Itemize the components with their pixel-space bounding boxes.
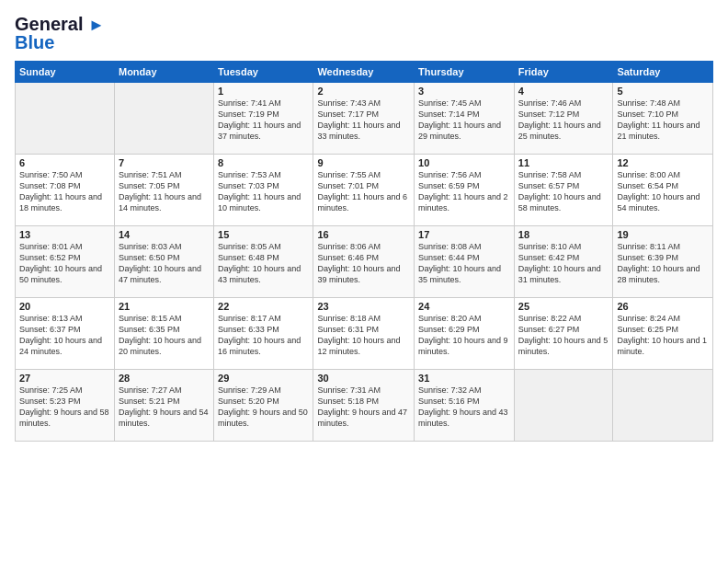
week-row-3: 13Sunrise: 8:01 AM Sunset: 6:52 PM Dayli…	[16, 226, 713, 298]
day-info: Sunrise: 8:00 AM Sunset: 6:54 PM Dayligh…	[617, 169, 709, 214]
day-number: 7	[119, 157, 210, 168]
day-cell: 13Sunrise: 8:01 AM Sunset: 6:52 PM Dayli…	[16, 226, 115, 298]
day-cell: 28Sunrise: 7:27 AM Sunset: 5:21 PM Dayli…	[114, 370, 213, 442]
day-cell	[114, 83, 213, 155]
day-number: 22	[218, 301, 309, 312]
day-number: 30	[317, 373, 410, 384]
day-cell: 21Sunrise: 8:15 AM Sunset: 6:35 PM Dayli…	[114, 298, 213, 370]
day-number: 16	[317, 229, 410, 240]
day-info: Sunrise: 8:03 AM Sunset: 6:50 PM Dayligh…	[119, 241, 210, 286]
day-number: 24	[418, 301, 510, 312]
day-info: Sunrise: 7:29 AM Sunset: 5:20 PM Dayligh…	[218, 385, 309, 430]
day-number: 26	[617, 301, 709, 312]
logo-blue: Blue	[15, 33, 54, 52]
day-info: Sunrise: 7:50 AM Sunset: 7:08 PM Dayligh…	[19, 169, 110, 214]
day-number: 10	[418, 157, 510, 168]
day-info: Sunrise: 7:53 AM Sunset: 7:03 PM Dayligh…	[218, 169, 309, 214]
logo-bird-icon: ►	[88, 16, 105, 34]
day-number: 17	[418, 229, 510, 240]
day-cell	[514, 370, 613, 442]
day-cell: 30Sunrise: 7:31 AM Sunset: 5:18 PM Dayli…	[313, 370, 415, 442]
day-cell: 9Sunrise: 7:55 AM Sunset: 7:01 PM Daylig…	[313, 155, 415, 226]
day-number: 4	[518, 86, 609, 97]
day-info: Sunrise: 8:15 AM Sunset: 6:35 PM Dayligh…	[119, 313, 210, 358]
day-cell: 12Sunrise: 8:00 AM Sunset: 6:54 PM Dayli…	[613, 155, 713, 226]
day-info: Sunrise: 8:18 AM Sunset: 6:31 PM Dayligh…	[317, 313, 410, 358]
day-info: Sunrise: 7:46 AM Sunset: 7:12 PM Dayligh…	[518, 98, 609, 143]
weekday-header-monday: Monday	[114, 62, 213, 83]
day-cell: 20Sunrise: 8:13 AM Sunset: 6:37 PM Dayli…	[16, 298, 115, 370]
day-number: 11	[518, 157, 609, 168]
day-info: Sunrise: 7:58 AM Sunset: 6:57 PM Dayligh…	[518, 169, 609, 214]
day-cell: 6Sunrise: 7:50 AM Sunset: 7:08 PM Daylig…	[16, 155, 115, 226]
day-cell: 19Sunrise: 8:11 AM Sunset: 6:39 PM Dayli…	[613, 226, 713, 298]
day-cell	[16, 83, 115, 155]
day-number: 20	[19, 301, 110, 312]
calendar: SundayMondayTuesdayWednesdayThursdayFrid…	[15, 61, 713, 442]
day-cell: 17Sunrise: 8:08 AM Sunset: 6:44 PM Dayli…	[415, 226, 515, 298]
day-cell: 23Sunrise: 8:18 AM Sunset: 6:31 PM Dayli…	[313, 298, 415, 370]
day-info: Sunrise: 8:05 AM Sunset: 6:48 PM Dayligh…	[218, 241, 309, 286]
day-cell: 7Sunrise: 7:51 AM Sunset: 7:05 PM Daylig…	[114, 155, 213, 226]
weekday-header-sunday: Sunday	[16, 62, 115, 83]
logo: General ► Blue	[15, 15, 105, 52]
day-info: Sunrise: 7:51 AM Sunset: 7:05 PM Dayligh…	[119, 169, 210, 214]
day-info: Sunrise: 7:45 AM Sunset: 7:14 PM Dayligh…	[418, 98, 510, 143]
day-number: 15	[218, 229, 309, 240]
day-number: 18	[518, 229, 609, 240]
day-info: Sunrise: 7:27 AM Sunset: 5:21 PM Dayligh…	[119, 385, 210, 430]
day-cell: 15Sunrise: 8:05 AM Sunset: 6:48 PM Dayli…	[214, 226, 313, 298]
day-cell: 22Sunrise: 8:17 AM Sunset: 6:33 PM Dayli…	[214, 298, 313, 370]
day-number: 14	[119, 229, 210, 240]
day-number: 2	[317, 86, 410, 97]
header: General ► Blue	[15, 15, 713, 52]
day-cell: 18Sunrise: 8:10 AM Sunset: 6:42 PM Dayli…	[514, 226, 613, 298]
day-number: 6	[19, 157, 110, 168]
day-info: Sunrise: 8:06 AM Sunset: 6:46 PM Dayligh…	[317, 241, 410, 286]
day-number: 19	[617, 229, 709, 240]
day-cell: 11Sunrise: 7:58 AM Sunset: 6:57 PM Dayli…	[514, 155, 613, 226]
day-cell: 1Sunrise: 7:41 AM Sunset: 7:19 PM Daylig…	[214, 83, 313, 155]
weekday-header-thursday: Thursday	[415, 62, 515, 83]
weekday-header-wednesday: Wednesday	[313, 62, 415, 83]
weekday-header-row: SundayMondayTuesdayWednesdayThursdayFrid…	[16, 62, 713, 83]
day-info: Sunrise: 8:08 AM Sunset: 6:44 PM Dayligh…	[418, 241, 510, 286]
day-info: Sunrise: 7:32 AM Sunset: 5:16 PM Dayligh…	[418, 385, 510, 430]
day-info: Sunrise: 7:56 AM Sunset: 6:59 PM Dayligh…	[418, 169, 510, 214]
day-number: 13	[19, 229, 110, 240]
weekday-header-saturday: Saturday	[613, 62, 713, 83]
day-cell: 24Sunrise: 8:20 AM Sunset: 6:29 PM Dayli…	[415, 298, 515, 370]
day-number: 8	[218, 157, 309, 168]
weekday-header-tuesday: Tuesday	[214, 62, 313, 83]
day-number: 3	[418, 86, 510, 97]
day-number: 27	[19, 373, 110, 384]
day-number: 25	[518, 301, 609, 312]
day-cell: 10Sunrise: 7:56 AM Sunset: 6:59 PM Dayli…	[415, 155, 515, 226]
day-number: 29	[218, 373, 309, 384]
weekday-header-friday: Friday	[514, 62, 613, 83]
day-info: Sunrise: 8:24 AM Sunset: 6:25 PM Dayligh…	[617, 313, 709, 358]
week-row-2: 6Sunrise: 7:50 AM Sunset: 7:08 PM Daylig…	[16, 155, 713, 226]
day-cell: 5Sunrise: 7:48 AM Sunset: 7:10 PM Daylig…	[613, 83, 713, 155]
day-cell: 4Sunrise: 7:46 AM Sunset: 7:12 PM Daylig…	[514, 83, 613, 155]
day-cell: 14Sunrise: 8:03 AM Sunset: 6:50 PM Dayli…	[114, 226, 213, 298]
day-cell: 8Sunrise: 7:53 AM Sunset: 7:03 PM Daylig…	[214, 155, 313, 226]
day-cell: 31Sunrise: 7:32 AM Sunset: 5:16 PM Dayli…	[415, 370, 515, 442]
day-number: 23	[317, 301, 410, 312]
day-info: Sunrise: 8:20 AM Sunset: 6:29 PM Dayligh…	[418, 313, 510, 358]
day-number: 9	[317, 157, 410, 168]
day-info: Sunrise: 7:31 AM Sunset: 5:18 PM Dayligh…	[317, 385, 410, 430]
day-cell: 27Sunrise: 7:25 AM Sunset: 5:23 PM Dayli…	[16, 370, 115, 442]
week-row-1: 1Sunrise: 7:41 AM Sunset: 7:19 PM Daylig…	[16, 83, 713, 155]
week-row-4: 20Sunrise: 8:13 AM Sunset: 6:37 PM Dayli…	[16, 298, 713, 370]
day-cell: 3Sunrise: 7:45 AM Sunset: 7:14 PM Daylig…	[415, 83, 515, 155]
day-number: 12	[617, 157, 709, 168]
day-cell: 29Sunrise: 7:29 AM Sunset: 5:20 PM Dayli…	[214, 370, 313, 442]
day-info: Sunrise: 7:48 AM Sunset: 7:10 PM Dayligh…	[617, 98, 709, 143]
day-cell: 2Sunrise: 7:43 AM Sunset: 7:17 PM Daylig…	[313, 83, 415, 155]
day-info: Sunrise: 8:01 AM Sunset: 6:52 PM Dayligh…	[19, 241, 110, 286]
day-number: 21	[119, 301, 210, 312]
day-info: Sunrise: 8:10 AM Sunset: 6:42 PM Dayligh…	[518, 241, 609, 286]
day-number: 31	[418, 373, 510, 384]
day-info: Sunrise: 8:11 AM Sunset: 6:39 PM Dayligh…	[617, 241, 709, 286]
